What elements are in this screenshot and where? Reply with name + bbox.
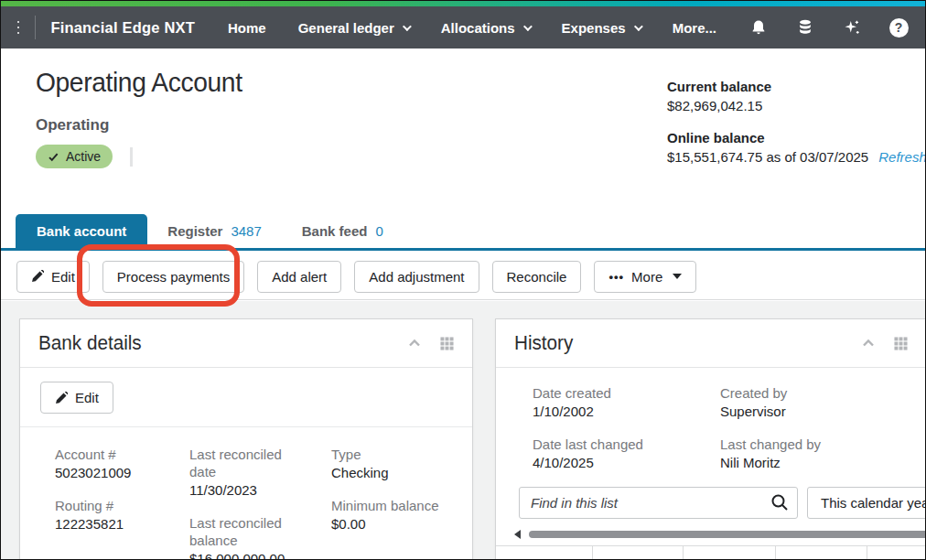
scrollbar-track[interactable] xyxy=(527,531,926,538)
tab-bank-account[interactable]: Bank account xyxy=(16,214,147,248)
field-account-number: Account # 5023021009 xyxy=(55,446,189,481)
column-header-date[interactable]: Date xyxy=(496,546,592,560)
field-last-reconciled-balance: Last reconciled balance $16,000,000.00 xyxy=(189,514,311,560)
history-title: History xyxy=(514,331,840,355)
chevron-down-icon xyxy=(523,22,533,31)
online-balance-label: Online balance xyxy=(667,130,926,145)
nav-item-more[interactable]: More... xyxy=(673,20,716,36)
scroll-left-arrow-icon[interactable] xyxy=(514,530,521,539)
nav-item-expenses[interactable]: Expenses xyxy=(562,20,641,36)
field-created-by: Created by Supervisor xyxy=(720,384,926,420)
edit-button[interactable]: Edit xyxy=(16,261,90,293)
account-type-subtitle: Operating xyxy=(36,116,109,135)
field-date-last-changed: Date last changed 4/10/2025 xyxy=(533,436,720,471)
action-toolbar: Edit Process payments Add alert Add adju… xyxy=(1,253,925,300)
tab-bank-feed[interactable]: Bank feed 0 xyxy=(282,214,404,248)
add-adjustment-button[interactable]: Add adjustment xyxy=(354,261,479,293)
search-input[interactable] xyxy=(519,487,798,519)
column-header-what-changed[interactable]: What ch... xyxy=(592,546,683,560)
history-panel: History Date created 1/10/2002 Date last… xyxy=(495,318,926,560)
nav-item-allocations[interactable]: Allocations xyxy=(441,20,530,36)
reconcile-button[interactable]: Reconcile xyxy=(492,261,582,293)
database-icon[interactable] xyxy=(795,17,815,38)
pencil-icon xyxy=(31,270,44,283)
history-table-header: Date What ch... New value Previous ... C… xyxy=(496,545,926,560)
horizontal-scrollbar xyxy=(496,529,926,540)
balances-block: Current balance $82,969,042.15 Online ba… xyxy=(667,79,926,181)
status-badge: Active xyxy=(36,145,113,168)
current-balance-label: Current balance xyxy=(667,79,926,94)
page-title: Operating Account xyxy=(36,67,242,98)
caret-down-icon xyxy=(673,274,682,279)
field-date-created: Date created 1/10/2002 xyxy=(533,384,720,420)
date-range-dropdown[interactable]: This calendar year xyxy=(807,487,926,519)
tab-bank-feed-count: 0 xyxy=(375,223,382,239)
bank-details-edit-button[interactable]: Edit xyxy=(40,382,113,414)
field-last-reconciled-date: Last reconciled date 11/30/2023 xyxy=(189,446,311,499)
tab-bar: Bank account Register 3487 Bank feed 0 xyxy=(1,217,925,251)
field-minimum-balance: Minimum balance $0.00 xyxy=(331,497,463,533)
notifications-bell-icon[interactable] xyxy=(748,17,769,38)
field-last-changed-by: Last changed by Nili Moritz xyxy=(720,436,926,471)
current-balance-value: $82,969,042.15 xyxy=(667,98,926,113)
top-navbar: Financial Edge NXT Home General ledger A… xyxy=(1,6,925,48)
ellipsis-icon: ••• xyxy=(608,270,624,284)
add-alert-button[interactable]: Add alert xyxy=(257,261,341,293)
app-brand: Financial Edge NXT xyxy=(50,19,195,37)
field-type: Type Checking xyxy=(331,446,463,481)
field-routing-number: Routing # 122235821 xyxy=(55,497,189,533)
column-header-previous-value[interactable]: Previous ... xyxy=(775,546,867,560)
bank-details-title: Bank details xyxy=(38,331,385,355)
process-payments-button[interactable]: Process payments xyxy=(102,261,244,293)
badge-divider xyxy=(130,147,133,167)
more-button[interactable]: ••• More xyxy=(594,261,696,293)
scrollbar-thumb[interactable] xyxy=(529,531,926,538)
search-icon[interactable] xyxy=(770,493,789,515)
collapse-chevron-icon[interactable] xyxy=(861,336,876,350)
refresh-link[interactable]: Refresh xyxy=(878,149,926,165)
ai-sparkle-icon[interactable] xyxy=(842,17,862,38)
hamburger-menu-icon[interactable] xyxy=(17,21,19,34)
pencil-icon xyxy=(55,392,68,404)
nav-item-general-ledger[interactable]: General ledger xyxy=(298,20,409,36)
column-header-changed-by[interactable]: Chang xyxy=(867,546,926,560)
help-icon[interactable]: ? xyxy=(888,17,909,38)
tab-register-count: 3487 xyxy=(231,223,261,239)
tab-register[interactable]: Register 3487 xyxy=(147,214,281,248)
nav-item-home[interactable]: Home xyxy=(228,20,266,36)
chevron-down-icon xyxy=(634,22,643,31)
tile-grid-icon[interactable] xyxy=(440,337,454,350)
chevron-down-icon xyxy=(403,22,412,31)
tile-grid-icon[interactable] xyxy=(894,337,908,350)
bank-details-panel: Bank details Edit Account # 5023021009 xyxy=(19,318,473,560)
app-window: Financial Edge NXT Home General ledger A… xyxy=(0,0,926,560)
collapse-chevron-icon[interactable] xyxy=(407,336,422,350)
online-balance-value: $15,551,674.75 as of 03/07/2025 xyxy=(667,149,868,165)
check-icon xyxy=(48,151,59,163)
column-header-new-value[interactable]: New value xyxy=(683,546,775,560)
